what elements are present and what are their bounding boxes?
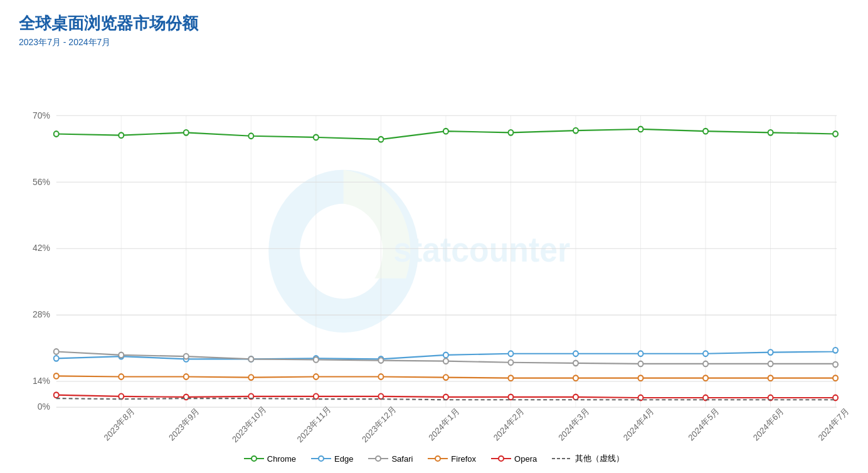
svg-point-43 bbox=[314, 135, 319, 141]
chart-subtitle: 2023年7月 - 2024年7月 bbox=[19, 37, 849, 48]
svg-point-82 bbox=[314, 374, 319, 380]
svg-point-78 bbox=[54, 373, 59, 379]
svg-point-71 bbox=[443, 358, 448, 364]
svg-point-46 bbox=[508, 130, 513, 136]
svg-point-51 bbox=[833, 131, 838, 137]
legend-line-chrome bbox=[244, 454, 264, 463]
svg-point-45 bbox=[443, 129, 448, 134]
chart-wrapper: statcounter 70% 56% 42% 28% 14% bbox=[19, 55, 849, 448]
legend-line-other bbox=[552, 454, 572, 463]
svg-point-49 bbox=[703, 129, 708, 134]
legend-item-opera: Opera bbox=[491, 454, 537, 464]
svg-point-111 bbox=[435, 456, 440, 461]
svg-text:2023年9月: 2023年9月 bbox=[167, 405, 201, 442]
svg-point-67 bbox=[184, 354, 189, 359]
svg-point-69 bbox=[314, 357, 319, 363]
page-container: 全球桌面浏览器市场份额 2023年7月 - 2024年7月 statcounte… bbox=[0, 0, 868, 473]
svg-text:2024年7月: 2024年7月 bbox=[817, 405, 849, 442]
chart-title: 全球桌面浏览器市场份额 bbox=[19, 13, 849, 35]
legend-item-edge: Edge bbox=[311, 454, 353, 464]
svg-point-40 bbox=[119, 132, 124, 138]
svg-text:70%: 70% bbox=[33, 110, 50, 120]
svg-text:2024年4月: 2024年4月 bbox=[622, 405, 656, 442]
svg-text:2023年8月: 2023年8月 bbox=[102, 405, 137, 442]
legend-label-edge: Edge bbox=[334, 454, 353, 464]
svg-point-90 bbox=[833, 375, 838, 381]
svg-point-59 bbox=[508, 351, 513, 356]
svg-point-65 bbox=[54, 349, 59, 354]
svg-point-109 bbox=[376, 456, 381, 461]
svg-point-98 bbox=[508, 395, 513, 400]
svg-text:2024年5月: 2024年5月 bbox=[687, 405, 721, 442]
svg-point-44 bbox=[378, 137, 383, 142]
svg-point-105 bbox=[251, 456, 257, 461]
svg-text:56%: 56% bbox=[33, 176, 50, 187]
svg-point-92 bbox=[119, 394, 124, 400]
svg-point-64 bbox=[833, 348, 838, 353]
legend-line-opera bbox=[491, 454, 511, 463]
legend-label-chrome: Chrome bbox=[267, 454, 296, 464]
svg-point-97 bbox=[443, 395, 448, 400]
svg-point-77 bbox=[833, 362, 838, 368]
legend-item-safari: Safari bbox=[368, 454, 413, 464]
svg-point-89 bbox=[768, 375, 773, 381]
svg-point-113 bbox=[499, 456, 504, 461]
svg-point-84 bbox=[443, 375, 448, 380]
legend-label-opera: Opera bbox=[514, 454, 537, 464]
svg-point-96 bbox=[378, 394, 383, 400]
svg-text:2024年6月: 2024年6月 bbox=[751, 405, 786, 442]
legend-item-chrome: Chrome bbox=[244, 454, 296, 464]
svg-point-76 bbox=[768, 361, 773, 367]
svg-point-85 bbox=[508, 375, 513, 381]
svg-text:28%: 28% bbox=[33, 309, 50, 320]
svg-point-79 bbox=[119, 374, 124, 380]
legend-label-safari: Safari bbox=[391, 454, 413, 464]
svg-text:2024年1月: 2024年1月 bbox=[427, 405, 462, 442]
svg-text:14%: 14% bbox=[33, 376, 50, 386]
legend-line-firefox bbox=[428, 454, 448, 463]
svg-point-83 bbox=[378, 374, 383, 380]
svg-point-87 bbox=[638, 375, 643, 381]
legend-line-safari bbox=[368, 454, 388, 463]
svg-point-39 bbox=[54, 131, 59, 137]
svg-point-50 bbox=[768, 130, 773, 136]
svg-point-63 bbox=[768, 349, 773, 355]
chart-svg: statcounter 70% 56% 42% 28% 14% bbox=[19, 55, 849, 448]
svg-point-99 bbox=[573, 395, 578, 400]
svg-text:0%: 0% bbox=[38, 401, 50, 412]
svg-text:2024年2月: 2024年2月 bbox=[492, 405, 526, 442]
svg-point-73 bbox=[573, 361, 578, 366]
svg-point-88 bbox=[703, 375, 708, 381]
svg-point-47 bbox=[573, 128, 578, 134]
svg-text:42%: 42% bbox=[33, 243, 50, 253]
svg-point-66 bbox=[119, 353, 124, 358]
svg-point-70 bbox=[378, 358, 383, 363]
svg-point-42 bbox=[248, 133, 253, 139]
svg-point-75 bbox=[703, 361, 708, 367]
svg-point-72 bbox=[508, 359, 513, 365]
svg-point-52 bbox=[54, 356, 59, 361]
svg-point-91 bbox=[54, 392, 59, 398]
svg-text:2023年12月: 2023年12月 bbox=[361, 404, 398, 445]
legend-item-firefox: Firefox bbox=[428, 454, 476, 464]
legend-label-other: 其他（虚线） bbox=[575, 453, 624, 464]
svg-point-86 bbox=[573, 375, 578, 381]
svg-point-41 bbox=[184, 130, 189, 136]
chart-area: statcounter 70% 56% 42% 28% 14% bbox=[19, 55, 849, 467]
legend-line-edge bbox=[311, 454, 331, 463]
legend-item-other: 其他（虚线） bbox=[552, 453, 624, 464]
svg-text:2023年11月: 2023年11月 bbox=[295, 404, 333, 445]
svg-point-68 bbox=[248, 356, 253, 362]
chart-legend: Chrome Edge Safari bbox=[19, 448, 849, 467]
svg-point-80 bbox=[184, 374, 189, 380]
legend-label-firefox: Firefox bbox=[451, 454, 476, 464]
svg-point-107 bbox=[319, 456, 324, 461]
svg-point-58 bbox=[443, 353, 448, 358]
svg-point-74 bbox=[638, 361, 643, 367]
svg-point-95 bbox=[314, 394, 319, 400]
svg-text:2024年3月: 2024年3月 bbox=[557, 405, 591, 442]
svg-point-62 bbox=[703, 351, 708, 356]
svg-point-81 bbox=[248, 375, 253, 380]
svg-point-60 bbox=[573, 351, 578, 356]
svg-text:statcounter: statcounter bbox=[393, 230, 570, 268]
